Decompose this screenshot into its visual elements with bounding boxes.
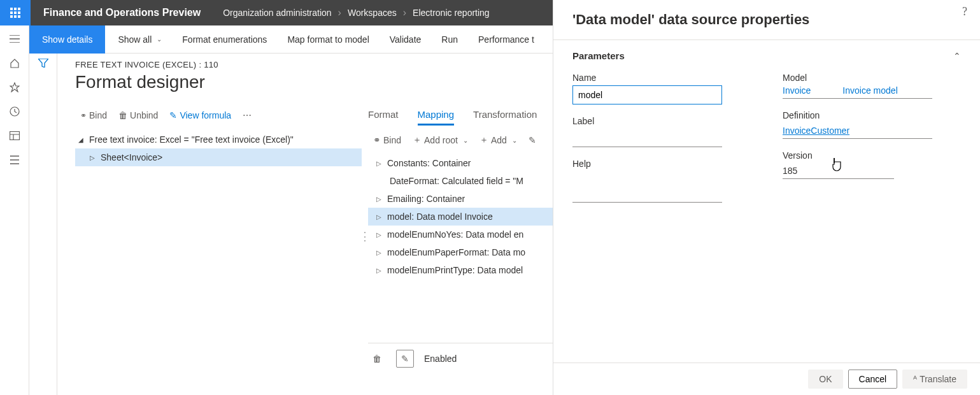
menu-icon[interactable] bbox=[9, 33, 20, 45]
nav-rail bbox=[0, 25, 29, 395]
link-icon: ⚭ bbox=[80, 111, 87, 120]
name-label: Name bbox=[572, 73, 751, 83]
edit-button[interactable]: ✎ bbox=[523, 133, 541, 148]
chevron-down-icon: ⌄ bbox=[463, 137, 468, 144]
cancel-button[interactable]: Cancel bbox=[848, 370, 898, 389]
workspace-icon[interactable] bbox=[9, 130, 20, 141]
expand-icon[interactable]: ▷ bbox=[376, 249, 382, 256]
model-link-2[interactable]: Invoice model bbox=[842, 85, 897, 96]
chevron-down-icon: ⌄ bbox=[512, 137, 517, 144]
run-button[interactable]: Run bbox=[431, 25, 468, 54]
expand-icon[interactable]: ▷ bbox=[376, 160, 382, 167]
version-value[interactable]: 185 bbox=[783, 163, 894, 179]
definition-link[interactable]: InvoiceCustomer bbox=[783, 126, 849, 136]
map-format-button[interactable]: Map format to model bbox=[277, 25, 379, 54]
show-all-button[interactable]: Show all⌄ bbox=[108, 25, 172, 54]
section-parameters: Parameters bbox=[572, 50, 625, 61]
add-root-button[interactable]: ＋Add root⌄ bbox=[408, 132, 473, 148]
expand-icon[interactable]: ▷ bbox=[376, 267, 382, 274]
breadcrumb-item[interactable]: Organization administration bbox=[223, 8, 331, 18]
star-icon[interactable] bbox=[9, 82, 20, 93]
modules-icon[interactable] bbox=[9, 154, 20, 166]
trash-icon: 🗑 bbox=[118, 110, 127, 120]
edit-icon[interactable]: ✎ bbox=[396, 350, 414, 368]
tab-format[interactable]: Format bbox=[368, 105, 399, 126]
model-label: Model bbox=[783, 73, 961, 83]
chevron-up-icon[interactable]: ⌃ bbox=[953, 51, 961, 61]
filter-icon[interactable] bbox=[38, 59, 48, 395]
expand-icon[interactable]: ▷ bbox=[376, 231, 382, 238]
delete-icon[interactable]: 🗑 bbox=[368, 350, 386, 368]
enabled-label: Enabled bbox=[424, 354, 457, 364]
definition-label: Definition bbox=[783, 110, 961, 120]
breadcrumb-item[interactable]: Workspaces bbox=[348, 8, 397, 18]
properties-panel: ? 'Data model' data source properties Pa… bbox=[553, 0, 980, 395]
translate-button[interactable]: ᴬTranslate bbox=[902, 370, 967, 389]
name-input[interactable] bbox=[572, 85, 722, 104]
chevron-right-icon: › bbox=[398, 7, 411, 18]
link-icon: ⚭ bbox=[373, 135, 381, 145]
app-title: Finance and Operations Preview bbox=[31, 7, 213, 18]
recent-icon[interactable] bbox=[9, 106, 20, 117]
add-button[interactable]: ＋Add⌄ bbox=[474, 132, 522, 148]
panel-title: 'Data model' data source properties bbox=[553, 0, 980, 40]
tab-transformations[interactable]: Transformation bbox=[473, 105, 537, 126]
more-button[interactable]: ⋯ bbox=[238, 108, 257, 123]
collapse-icon[interactable]: ◢ bbox=[78, 136, 84, 143]
svg-rect-1 bbox=[10, 132, 19, 140]
chevron-right-icon: › bbox=[333, 7, 346, 18]
breadcrumb-item[interactable]: Electronic reporting bbox=[413, 8, 490, 18]
show-details-button[interactable]: Show details bbox=[29, 25, 105, 54]
ok-button[interactable]: OK bbox=[808, 370, 842, 389]
app-launcher-icon[interactable] bbox=[0, 0, 31, 25]
label-label: Label bbox=[572, 116, 751, 126]
help-input[interactable] bbox=[572, 184, 722, 203]
help-label: Help bbox=[572, 159, 751, 169]
pencil-icon: ✎ bbox=[169, 110, 177, 120]
expand-icon[interactable]: ▷ bbox=[376, 196, 382, 203]
expand-icon[interactable]: ▷ bbox=[89, 154, 96, 161]
performance-button[interactable]: Performance t bbox=[468, 25, 544, 54]
version-label: Version bbox=[783, 150, 961, 161]
bind-button[interactable]: ⚭Bind bbox=[368, 133, 406, 148]
validate-button[interactable]: Validate bbox=[380, 25, 432, 54]
splitter-handle[interactable] bbox=[362, 105, 368, 368]
expand-icon[interactable]: ▷ bbox=[376, 213, 382, 220]
bind-button[interactable]: ⚭Bind bbox=[75, 108, 112, 123]
plus-icon: ＋ bbox=[413, 134, 422, 146]
home-icon[interactable] bbox=[9, 57, 20, 69]
label-input[interactable] bbox=[572, 129, 722, 147]
plus-icon: ＋ bbox=[479, 134, 488, 146]
view-formula-button[interactable]: ✎View formula bbox=[164, 108, 236, 123]
tree-row[interactable]: ▷Sheet<Invoice> bbox=[75, 148, 362, 166]
unbind-button[interactable]: 🗑Unbind bbox=[113, 108, 163, 123]
tree-row[interactable]: ◢Free text invoice: Excel = "Free text i… bbox=[75, 131, 362, 148]
translate-icon: ᴬ bbox=[913, 374, 917, 384]
breadcrumb: Organization administration › Workspaces… bbox=[213, 7, 489, 18]
help-icon[interactable]: ? bbox=[962, 5, 967, 18]
tab-mapping[interactable]: Mapping bbox=[418, 105, 455, 126]
chevron-down-icon: ⌄ bbox=[157, 36, 162, 43]
model-link-1[interactable]: Invoice bbox=[783, 85, 811, 96]
pencil-icon: ✎ bbox=[529, 135, 536, 145]
format-enumerations-button[interactable]: Format enumerations bbox=[172, 25, 277, 54]
